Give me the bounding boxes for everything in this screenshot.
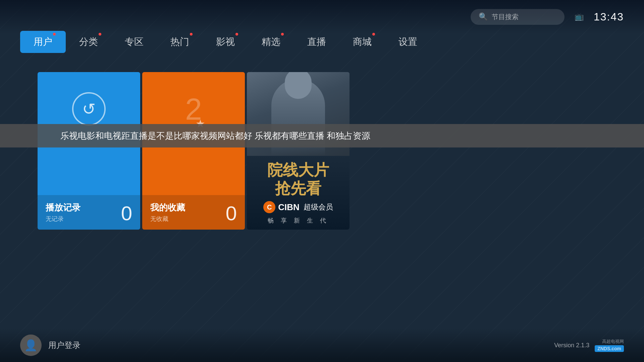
history-icon: ↺: [72, 92, 106, 126]
favorites-tile[interactable]: 2 ★ 我的收藏 无收藏 0: [142, 72, 245, 230]
favorites-title: 我的收藏: [150, 202, 237, 214]
tv-icon: 📺: [575, 12, 584, 21]
znds-brand-label: ZNDS.com: [595, 345, 624, 352]
navigation: 用户分类专区热门影视精选直播商城设置: [0, 27, 644, 57]
znds-logo: 高超电视网 ZNDS.com: [595, 339, 624, 352]
nav-item-用户[interactable]: 用户: [20, 31, 66, 53]
cibn-label: CIBN: [278, 202, 300, 213]
nav-dot-商城: [372, 33, 375, 36]
nav-item-精选[interactable]: 精选: [248, 31, 294, 53]
version-label: Version 2.1.3: [554, 342, 589, 349]
nav-item-热门[interactable]: 热门: [157, 31, 203, 53]
notification-text: 乐视电影和电视距直播是不是比哪家视频网站都好 乐视都有哪些直播 和独占资源: [60, 130, 370, 142]
history-count: 0: [121, 203, 132, 224]
nav-item-设置[interactable]: 设置: [385, 31, 431, 53]
bottom-bar: 👤 用户登录 Version 2.1.3 高超电视网 ZNDS.com: [0, 328, 644, 362]
promo-large-text: 院线大片 抢先看: [267, 161, 329, 198]
nav-dot-精选: [281, 33, 284, 36]
notification-bar: 乐视电影和电视距直播是不是比哪家视频网站都好 乐视都有哪些直播 和独占资源: [0, 124, 644, 147]
history-icon-area: ↺: [69, 89, 109, 129]
nav-dot-用户: [53, 33, 56, 36]
nav-item-专区[interactable]: 专区: [111, 31, 157, 53]
favorites-icon-area: 2 ★: [185, 92, 202, 127]
promo-brand-row: C CIBN 超级会员: [263, 201, 333, 213]
user-section[interactable]: 👤 用户登录: [20, 335, 80, 356]
promo-branding: 院线大片 抢先看 C CIBN 超级会员 畅 享 新 生 代: [247, 156, 350, 230]
history-title: 播放记录: [46, 202, 132, 214]
favorites-subtitle: 无收藏: [150, 215, 237, 223]
clock: 13:43: [594, 11, 624, 23]
cibn-c-icon: C: [263, 201, 275, 213]
znds-site-name: 高超电视网: [595, 339, 624, 345]
header-right: 📺 13:43: [575, 11, 624, 23]
search-bar[interactable]: 🔍 节目搜索: [471, 9, 565, 25]
nav-item-影视[interactable]: 影视: [203, 31, 248, 53]
nav-dot-分类: [99, 33, 101, 36]
history-tile[interactable]: ↺ 播放记录 无记录 0: [38, 72, 140, 230]
user-login-label[interactable]: 用户登录: [48, 340, 80, 351]
nav-item-分类[interactable]: 分类: [66, 31, 111, 53]
promo-tile[interactable]: 院线大片 抢先看 C CIBN 超级会员 畅 享 新 生 代: [247, 72, 350, 230]
main-content: ↺ 播放记录 无记录 0 2 ★ 我的收藏 无收藏 0: [38, 72, 350, 230]
nav-item-直播[interactable]: 直播: [294, 31, 339, 53]
person-head: [285, 72, 312, 99]
history-subtitle: 无记录: [46, 215, 132, 223]
nav-dot-影视: [235, 33, 238, 36]
promo-text-block: 院线大片 抢先看: [267, 161, 329, 198]
cibn-logo: C CIBN: [263, 201, 300, 213]
nav-dot-热门: [190, 33, 193, 36]
search-input[interactable]: 节目搜索: [492, 12, 519, 21]
nav-item-商城[interactable]: 商城: [339, 31, 385, 53]
version-info: Version 2.1.3 高超电视网 ZNDS.com: [554, 339, 624, 352]
promo-slogan: 畅 享 新 生 代: [268, 217, 329, 225]
super-member-label: 超级会员: [304, 202, 333, 212]
search-icon: 🔍: [479, 12, 488, 21]
user-avatar: 👤: [20, 335, 42, 356]
favorites-count: 0: [226, 203, 237, 224]
